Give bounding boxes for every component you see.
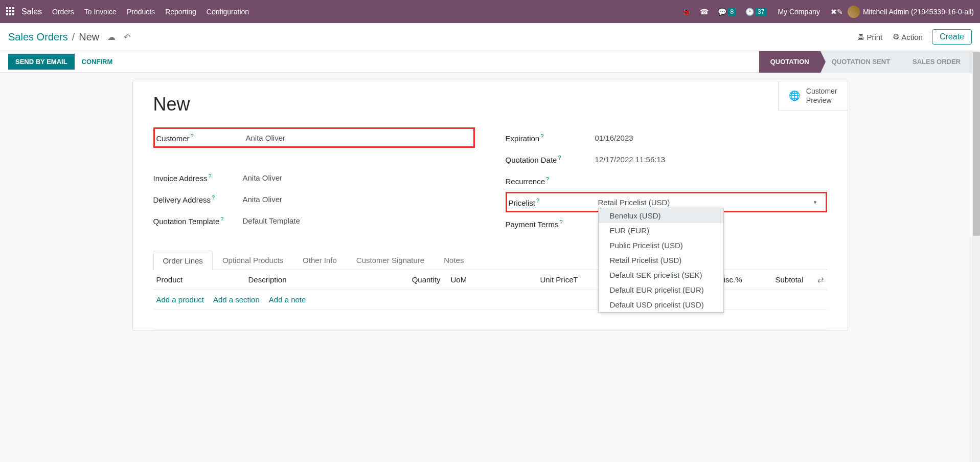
pricelist-select[interactable]: Retail Pricelist (USD) ▼ Benelux (USD) E… [598, 198, 824, 207]
pricelist-option[interactable]: Public Pricelist (USD) [599, 238, 723, 253]
clock-icon[interactable]: 🕐37 [745, 8, 767, 16]
quotation-template-row: Quotation Template? Default Template [153, 210, 475, 231]
adjust-columns-icon[interactable]: ⇄ [804, 275, 824, 284]
invoice-address-value[interactable]: Anita Oliver [243, 173, 475, 182]
delivery-address-value[interactable]: Anita Oliver [243, 195, 475, 204]
add-section-link[interactable]: Add a section [213, 295, 260, 304]
table-head: Product Description Quantity UoM Unit Pr… [153, 270, 827, 290]
nav-orders[interactable]: Orders [52, 8, 74, 16]
tab-order-lines[interactable]: Order Lines [153, 251, 213, 270]
help-icon[interactable]: ? [220, 216, 223, 222]
pricelist-option[interactable]: Default EUR pricelist (EUR) [599, 282, 723, 297]
customer-preview-button[interactable]: 🌐 Customer Preview [778, 81, 848, 111]
cloud-icon[interactable]: ☁ [107, 32, 116, 42]
quotation-template-value[interactable]: Default Template [243, 216, 475, 225]
support-icon[interactable]: ☎ [700, 8, 709, 16]
tab-notes[interactable]: Notes [434, 250, 473, 270]
help-icon[interactable]: ? [540, 133, 543, 139]
help-icon[interactable]: ? [212, 194, 215, 201]
avatar [848, 6, 860, 18]
chevron-down-icon: ▼ [813, 200, 824, 205]
quotation-date-value[interactable]: 12/17/2022 11:56:13 [595, 155, 827, 164]
chat-badge: 8 [727, 8, 736, 16]
pricelist-option[interactable]: Default SEK pricelist (SEK) [599, 268, 723, 282]
status-quotation-sent[interactable]: QUOTATION SENT [821, 51, 901, 73]
th-unit-price: Unit Price [482, 275, 574, 284]
action-bar: SEND BY EMAIL CONFIRM QUOTATION QUOTATIO… [0, 51, 980, 73]
tab-optional-products[interactable]: Optional Products [213, 250, 293, 270]
th-quantity: Quantity [384, 275, 441, 284]
user-menu[interactable]: Mitchell Admin (21945339-16-0-all) [848, 6, 974, 18]
breadcrumb-sep: / [72, 31, 75, 43]
tab-customer-signature[interactable]: Customer Signature [347, 250, 434, 270]
help-icon[interactable]: ? [558, 155, 561, 161]
nav-reporting[interactable]: Reporting [165, 8, 196, 16]
breadcrumb-parent[interactable]: Sales Orders [8, 31, 68, 43]
chat-icon[interactable]: 💬8 [718, 8, 736, 16]
expiration-row: Expiration? 01/16/2023 [506, 127, 827, 148]
help-icon[interactable]: ? [559, 219, 562, 225]
order-lines-table: Product Description Quantity UoM Unit Pr… [153, 270, 827, 330]
add-note-link[interactable]: Add a note [269, 295, 306, 304]
customer-field-row: Customer? Anita Oliver [153, 127, 475, 148]
username: Mitchell Admin (21945339-16-0-all) [863, 8, 974, 16]
confirm-button[interactable]: CONFIRM [75, 54, 120, 70]
nav-configuration[interactable]: Configuration [207, 8, 249, 16]
help-icon[interactable]: ? [191, 133, 194, 139]
scroll-thumb[interactable] [973, 52, 980, 236]
tabs: Order Lines Optional Products Other Info… [153, 250, 827, 270]
scrollbar[interactable] [972, 51, 980, 331]
form-right-col: Expiration? 01/16/2023 Quotation Date? 1… [506, 127, 827, 235]
quotation-date-row: Quotation Date? 12/17/2022 11:56:13 [506, 149, 827, 169]
undo-icon[interactable]: ↶ [124, 32, 130, 42]
globe-icon: 🌐 [789, 90, 800, 101]
recurrence-row: Recurrence? [506, 170, 827, 191]
pricelist-row: Pricelist? Retail Pricelist (USD) ▼ Bene… [506, 192, 827, 212]
help-icon[interactable]: ? [536, 197, 539, 204]
pricelist-dropdown: Benelux (USD) EUR (EUR) Public Pricelist… [598, 208, 724, 313]
bug-icon[interactable]: 🐞 [682, 8, 691, 16]
nav-to-invoice[interactable]: To Invoice [84, 8, 117, 16]
pricelist-option[interactable]: EUR (EUR) [599, 223, 723, 238]
th-description: Description [248, 275, 384, 284]
customer-label: Customer? [156, 133, 246, 143]
table-empty-row [153, 310, 827, 330]
pricelist-option[interactable]: Default USD pricelist (USD) [599, 297, 723, 312]
status-bar: QUOTATION QUOTATION SENT SALES ORDER [759, 51, 972, 73]
help-icon[interactable]: ? [208, 173, 211, 179]
delivery-address-row: Delivery Address? Anita Oliver [153, 189, 475, 209]
print-button[interactable]: 🖶 Print [857, 33, 882, 41]
form-sheet: 🌐 Customer Preview New Customer? Anita O… [132, 81, 848, 331]
customer-value[interactable]: Anita Oliver [246, 134, 472, 142]
pricelist-value: Retail Pricelist (USD) [598, 198, 670, 207]
table-actions-row: Add a product Add a section Add a note [153, 290, 827, 310]
clock-badge: 37 [755, 8, 767, 16]
send-email-button[interactable]: SEND BY EMAIL [8, 54, 75, 70]
form-left-col: Customer? Anita Oliver Invoice Address? … [153, 127, 475, 235]
top-nav: Sales Orders To Invoice Products Reporti… [0, 0, 980, 23]
brand-label[interactable]: Sales [21, 7, 42, 16]
create-button[interactable]: Create [932, 29, 972, 45]
expiration-value[interactable]: 01/16/2023 [595, 134, 827, 142]
pricelist-option[interactable]: Benelux (USD) [599, 208, 723, 223]
status-quotation[interactable]: QUOTATION [759, 51, 821, 73]
tools-icon[interactable]: ✖✎ [831, 8, 843, 16]
form-title: New [153, 94, 827, 115]
th-t: T [574, 275, 589, 284]
nav-products[interactable]: Products [127, 8, 155, 16]
apps-icon[interactable] [6, 7, 15, 16]
breadcrumb-bar: Sales Orders / New ☁ ↶ 🖶 Print ⚙ Action … [0, 23, 980, 51]
customer-preview-l1: Customer [806, 86, 837, 96]
invoice-address-row: Invoice Address? Anita Oliver [153, 167, 475, 188]
th-uom: UoM [441, 275, 482, 284]
add-product-link[interactable]: Add a product [156, 295, 204, 304]
customer-preview-l2: Preview [806, 96, 837, 105]
th-product: Product [156, 275, 248, 284]
company-label[interactable]: My Company [778, 8, 819, 16]
action-button[interactable]: ⚙ Action [893, 32, 923, 41]
pricelist-option[interactable]: Retail Pricelist (USD) [599, 253, 723, 268]
th-subtotal: Subtotal [742, 275, 804, 284]
tab-other-info[interactable]: Other Info [293, 250, 347, 270]
status-sales-order[interactable]: SALES ORDER [901, 51, 972, 73]
help-icon[interactable]: ? [546, 176, 549, 182]
